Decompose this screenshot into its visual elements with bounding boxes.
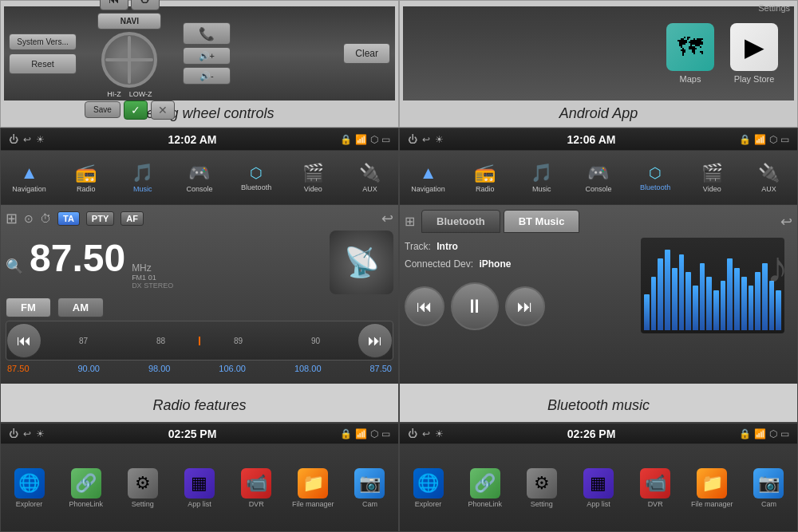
app-item-phonelink-bot-left-apps[interactable]: 🔗PhoneLink (57, 468, 114, 508)
volume-down-btn[interactable]: 🔊- (183, 67, 231, 85)
bt-bar-16 (755, 272, 760, 330)
preset-3[interactable]: 98.00 (148, 364, 171, 373)
app-item-file-manager-bot-left-apps[interactable]: 📁File manager (285, 468, 342, 508)
radio-content: ⊞ ⊙ ⏱ TA PTY AF ↩ 🔍 87.50 MHz FM1 0 (1, 205, 398, 384)
preset-4[interactable]: 106.00 (219, 364, 246, 373)
bot-back-icon: ↩ (23, 428, 31, 439)
nav-item-music-r[interactable]: 🎵 Music (513, 163, 570, 193)
top-right-caption: Android App (559, 105, 638, 122)
nav-item-video[interactable]: 🎬 Video (285, 163, 342, 193)
nav-item-navigation-r[interactable]: ▲ Navigation (400, 163, 456, 193)
af-btn[interactable]: AF (120, 211, 144, 226)
nav-item-radio-r[interactable]: 📻 Radio (456, 163, 513, 193)
bt-bar-19 (776, 290, 781, 330)
nav-nav-icon-r: ▲ (420, 163, 437, 183)
preset-2[interactable]: 90.00 (77, 364, 100, 373)
app-item-dvr-bot-left-apps[interactable]: 📹DVR (228, 468, 285, 508)
freq-88: 88 (156, 337, 165, 345)
nav-item-aux-r[interactable]: 🔌 AUX (741, 163, 797, 193)
preset-1[interactable]: 87.50 (7, 364, 30, 373)
app-item-explorer-bot-left-apps[interactable]: 🌐Explorer (1, 468, 57, 508)
top-left-panel: System Vers... Reset ⏮ ⏻ NAVI HI-Z LOW-Z (0, 0, 399, 128)
bt-tab-bluetooth[interactable]: Bluetooth (421, 210, 500, 233)
navi-btn[interactable]: NAVI (97, 13, 161, 30)
nav-navigation-label: Navigation (12, 185, 46, 193)
nav-item-bt-r[interactable]: ⬡ Bluetooth (627, 164, 684, 191)
bt-bar-8 (700, 263, 705, 330)
app-label-app list: App list (188, 500, 211, 508)
bot-status-left: ⏻ ↩ ☀ 02:25 PM 🔒 📶 ⬡ ▭ (1, 424, 398, 444)
app-item-cam-bot-right-apps[interactable]: 📷Cam (741, 468, 797, 508)
bt-next-btn[interactable]: ⏭ (505, 286, 545, 326)
nav-item-console[interactable]: 🎮 Console (171, 163, 227, 193)
nav-video-label-r: Video (703, 185, 721, 193)
nav-bt-label: Bluetooth (241, 183, 271, 191)
bt-caption-area: Bluetooth music (400, 384, 797, 422)
app-icon-dvr: 📹 (241, 468, 271, 499)
preset-5[interactable]: 108.00 (294, 364, 322, 373)
bt-bar-0 (644, 294, 650, 330)
radio-back-btn[interactable]: ↩ (381, 210, 393, 227)
bt-status-icon: ⬡ (370, 134, 378, 145)
playstore-app[interactable]: ▶ Play Store (730, 23, 778, 84)
freq-needle (199, 337, 200, 345)
nav-aux-icon: 🔌 (359, 163, 381, 183)
app-item-cam-bot-left-apps[interactable]: 📷Cam (342, 468, 398, 508)
clear-btn[interactable]: Clear (343, 43, 390, 64)
nav-music-icon-r: 🎵 (531, 163, 552, 183)
radio-control-bar: ⊞ ⊙ ⏱ TA PTY AF ↩ (6, 210, 393, 227)
fm-btn[interactable]: FM (6, 298, 51, 317)
app-item-phonelink-bot-right-apps[interactable]: 🔗PhoneLink (456, 468, 513, 508)
nav-item-radio[interactable]: 📻 Radio (57, 163, 114, 193)
app-item-setting-bot-right-apps[interactable]: ⚙Setting (513, 468, 570, 508)
status-left-icons-r: ⏻ ↩ ☀ (408, 134, 444, 145)
bot-r-battery-icon: ▭ (780, 428, 789, 439)
nav-item-bluetooth[interactable]: ⬡ Bluetooth (228, 164, 285, 191)
bt-tab-music[interactable]: BT Music (504, 210, 580, 233)
reset-btn[interactable]: Reset (9, 53, 77, 74)
system-version-btn[interactable]: System Vers... (9, 33, 77, 50)
maps-app[interactable]: 🗺 Maps (666, 23, 714, 84)
bt-bar-15 (749, 286, 754, 330)
nav-music-icon: 🎵 (132, 163, 153, 183)
bt-device-row: Connected Dev: iPhone (405, 258, 633, 270)
phone-btn[interactable]: 📞 (183, 22, 231, 45)
app-icon-cam: 📷 (354, 468, 385, 499)
nav-music-label: Music (133, 185, 152, 193)
app-item-dvr-bot-right-apps[interactable]: 📹DVR (627, 468, 684, 508)
nav-item-aux[interactable]: 🔌 AUX (342, 163, 398, 193)
freq-meta: MHz FM1 01 DX STEREO (132, 262, 173, 290)
app-item-explorer-bot-right-apps[interactable]: 🌐Explorer (400, 468, 456, 508)
power-icon[interactable]: ⏻ (131, 0, 160, 10)
status-bar-right: ⏻ ↩ ☀ 12:06 AM 🔒 📶 ⬡ ▭ (400, 128, 797, 151)
bot-wifi-icon: 📶 (355, 428, 367, 439)
volume-up-btn[interactable]: 🔊+ (183, 47, 231, 65)
app-item-app-list-bot-right-apps[interactable]: ▦App list (570, 468, 626, 508)
save-btn[interactable]: Save (85, 101, 120, 118)
nav-bar-right: ▲ Navigation 📻 Radio 🎵 Music 🎮 Console ⬡ (400, 151, 797, 205)
nav-item-console-r[interactable]: 🎮 Console (570, 163, 626, 193)
nav-item-music[interactable]: 🎵 Music (114, 163, 171, 193)
am-btn[interactable]: AM (57, 298, 104, 317)
nav-item-navigation[interactable]: ▲ Navigation (1, 163, 57, 193)
pty-btn[interactable]: PTY (86, 211, 114, 226)
app-item-file-manager-bot-right-apps[interactable]: 📁File manager (684, 468, 741, 508)
bt-play-pause-btn[interactable]: ⏸ (451, 282, 499, 330)
nav-aux-icon-r: 🔌 (758, 163, 780, 183)
next-freq-btn[interactable]: ⏭ (358, 323, 393, 358)
bt-back-btn[interactable]: ↩ (780, 213, 792, 231)
confirm-btn[interactable]: ✓ (124, 100, 148, 120)
ta-btn[interactable]: TA (57, 211, 80, 226)
app-item-app-list-bot-left-apps[interactable]: ▦App list (171, 468, 227, 508)
bot-app-bar-left: 🌐Explorer🔗PhoneLink⚙Setting▦App list📹DVR… (1, 444, 398, 531)
wifi-icon: 📶 (355, 134, 367, 145)
prev-freq-btn[interactable]: ⏮ (6, 323, 41, 358)
prev-track-icon[interactable]: ⏮ (100, 0, 128, 10)
bt-prev-btn[interactable]: ⏮ (405, 286, 444, 326)
cancel-btn[interactable]: ✕ (151, 100, 175, 120)
settings-text: Settings (758, 3, 790, 13)
preset-6[interactable]: 87.50 (369, 364, 392, 373)
bot-right-icons: 🔒 📶 ⬡ ▭ (340, 428, 390, 439)
app-item-setting-bot-left-apps[interactable]: ⚙Setting (114, 468, 171, 508)
nav-item-video-r[interactable]: 🎬 Video (684, 163, 741, 193)
